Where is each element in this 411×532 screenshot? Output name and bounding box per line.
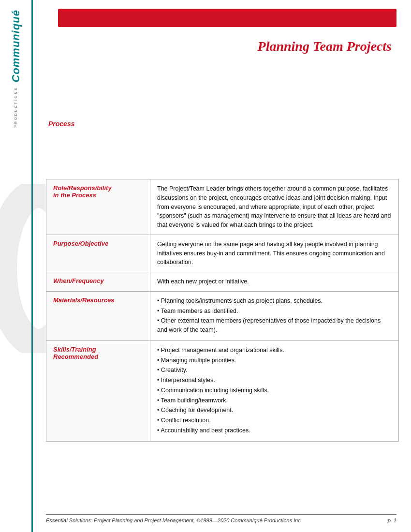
row-content: The Project/Team Leader brings others to… xyxy=(150,179,399,235)
row-content: Project management and organizational sk… xyxy=(150,340,399,441)
process-label: Process xyxy=(48,120,74,128)
row-label: When/Frequency xyxy=(46,272,150,292)
table-row: When/FrequencyWith each new project or i… xyxy=(46,272,399,292)
row-content: Getting everyone on the same page and ha… xyxy=(150,235,399,272)
table-row: Materials/ResourcesPlanning tools/instru… xyxy=(46,291,399,340)
svg-point-0 xyxy=(2,193,46,343)
footer: Essential Solutions: Project Planning an… xyxy=(46,514,396,523)
row-label: Purpose/Objective xyxy=(46,235,150,272)
table-row: Role/Responsibilityin the ProcessThe Pro… xyxy=(46,179,399,235)
footer-right: p. 1 xyxy=(388,517,396,523)
watermark-c xyxy=(0,184,46,353)
table-row: Purpose/ObjectiveGetting everyone on the… xyxy=(46,235,399,272)
main-table: Role/Responsibilityin the ProcessThe Pro… xyxy=(46,179,399,442)
page-title: Planning Team Projects xyxy=(258,39,392,54)
row-content: With each new project or initiative. xyxy=(150,272,399,292)
row-label: Materials/Resources xyxy=(46,291,150,340)
row-label: Role/Responsibilityin the Process xyxy=(46,179,150,235)
footer-left: Essential Solutions: Project Planning an… xyxy=(46,517,301,523)
row-content: Planning tools/instruments such as proje… xyxy=(150,291,399,340)
table-row: Skills/TrainingRecommendedProject manage… xyxy=(46,340,399,441)
row-label: Skills/TrainingRecommended xyxy=(46,340,150,441)
top-bar xyxy=(58,9,396,27)
logo-communique: Communiqué xyxy=(10,10,22,83)
logo-productions: PRODUCTIONS xyxy=(14,87,17,128)
